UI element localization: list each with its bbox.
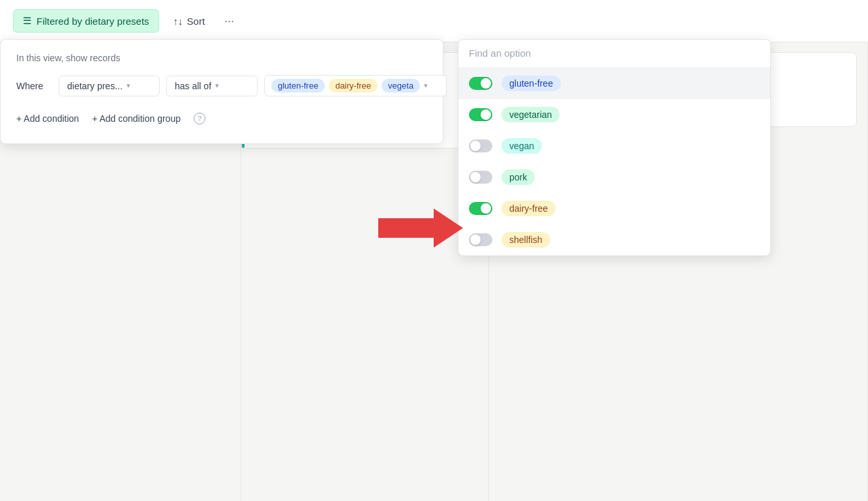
option-vegetarian[interactable]: vegetarian [458,99,770,130]
filter-icon: ☰ [23,15,31,27]
operator-select[interactable]: has all of ▾ [166,76,258,96]
more-button[interactable]: ··· [219,12,239,31]
add-condition-button[interactable]: + Add condition [16,109,79,128]
option-pork[interactable]: pork [458,162,770,193]
option-tag-dairy-free: dairy-free [501,201,556,216]
add-condition-label: + Add condition [16,113,79,124]
toggle-vegan[interactable] [469,139,492,152]
red-arrow [378,208,463,248]
toggle-dairy-free[interactable] [469,202,492,215]
options-list: gluten-free vegetarian vegan pork [458,68,770,255]
field-label: dietary pres... [67,81,123,91]
option-tag-gluten-free: gluten-free [501,76,561,91]
toggle-vegetarian[interactable] [469,108,492,121]
search-input[interactable] [469,48,760,59]
value-tag-gluten-free: gluten-free [271,79,325,93]
add-group-button[interactable]: + Add condition group [92,109,181,128]
value-tag-dairy-free: dairy-free [329,79,378,93]
where-label: Where [16,81,52,91]
sort-icon: ↑↓ [173,16,183,27]
options-dropdown: gluten-free vegetarian vegan pork [458,39,771,256]
operator-chevron: ▾ [215,81,219,90]
option-gluten-free[interactable]: gluten-free [458,68,770,99]
field-select[interactable]: dietary pres... ▾ [59,76,160,96]
option-shellfish[interactable]: shellfish [458,224,770,255]
svg-marker-0 [378,208,463,248]
toggle-shellfish[interactable] [469,233,492,246]
option-vegan[interactable]: vegan [458,130,770,162]
toggle-pork[interactable] [469,171,492,184]
action-row: + Add condition + Add condition group ? [16,109,427,128]
sort-label: Sort [187,16,205,27]
value-select[interactable]: gluten-free dairy-free vegeta ▾ [264,75,447,96]
option-tag-vegan: vegan [501,138,542,154]
filter-panel: In this view, show records Where dietary… [0,39,443,144]
operator-label: has all of [175,81,211,91]
add-group-label: + Add condition group [92,113,181,124]
toolbar: ☰ Filtered by dietary presets ↑↓ Sort ··… [0,0,868,42]
value-tag-vegeta: vegeta [382,79,420,93]
option-tag-pork: pork [501,169,535,185]
toggle-gluten-free[interactable] [469,77,492,90]
help-icon[interactable]: ? [194,113,205,124]
option-dairy-free[interactable]: dairy-free [458,193,770,224]
filter-row: Where dietary pres... ▾ has all of ▾ glu… [16,75,427,96]
options-search [458,40,770,68]
panel-title: In this view, show records [16,53,427,63]
filter-label: Filtered by dietary presets [37,16,149,27]
filter-button[interactable]: ☰ Filtered by dietary presets [13,9,159,33]
more-icon: ··· [224,14,234,27]
sort-button[interactable]: ↑↓ Sort [167,10,212,32]
option-tag-vegetarian: vegetarian [501,107,560,122]
option-tag-shellfish: shellfish [501,232,550,248]
field-chevron: ▾ [127,81,130,90]
value-chevron: ▾ [424,81,428,90]
